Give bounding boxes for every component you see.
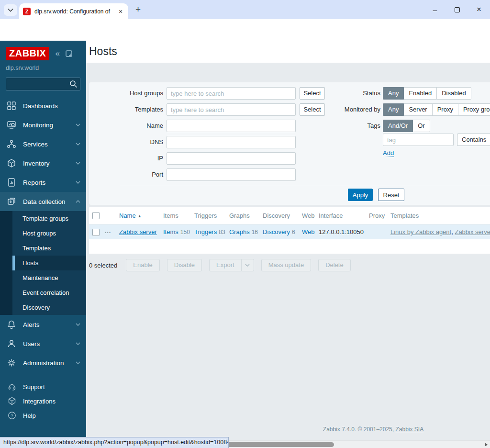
add-tag-link[interactable]: Add [383, 149, 394, 157]
triggers-link[interactable]: Triggers [194, 228, 217, 235]
monitored-proxy-button[interactable]: Proxy [432, 103, 458, 116]
apply-button[interactable]: Apply [348, 189, 373, 201]
template-link[interactable]: Linux by Zabbix agent [390, 228, 451, 235]
sidebar-item-dashboards[interactable]: Dashboards [0, 96, 86, 115]
status-segmented-control: Any Enabled Disabled [383, 87, 471, 100]
graphs-link[interactable]: Graphs [229, 228, 250, 235]
close-window-button[interactable]: × [468, 5, 490, 14]
sidebar-item-users[interactable]: Users [0, 334, 86, 353]
sidebar-item-event-correlation[interactable]: Event correlation [12, 285, 86, 300]
sidebar-item-data-collection[interactable]: Data collection [0, 192, 86, 211]
sidebar-item-integrations[interactable]: Integrations [0, 394, 86, 408]
tab-search-button[interactable] [4, 4, 17, 16]
chevron-down-icon [76, 342, 80, 345]
items-link[interactable]: Items [163, 228, 178, 235]
support-icon [8, 382, 16, 391]
host-name-link[interactable]: Zabbix server [119, 228, 157, 235]
tags-segmented-control: And/Or Or [383, 120, 430, 132]
monitored-server-button[interactable]: Server [403, 103, 432, 116]
sidebar-item-monitoring[interactable]: Monitoring [0, 115, 86, 134]
monitored-proxy-group-button[interactable]: Proxy group [458, 103, 490, 116]
host-groups-label: Host groups [89, 87, 163, 100]
sidebar-item-maintenance[interactable]: Maintenance [12, 270, 86, 285]
web-link[interactable]: Web [302, 228, 315, 235]
sidebar-item-host-groups[interactable]: Host groups [12, 226, 86, 241]
maximize-icon [455, 7, 460, 12]
server-name: dlp.srv.world [0, 60, 86, 71]
filter-panel: Host groups Select Templates Select Name… [89, 82, 490, 205]
status-bar-link-preview: https://dlp.srv.world/zabbix/zabbix.php?… [0, 437, 229, 448]
row-checkbox[interactable] [92, 229, 100, 236]
select-all-checkbox[interactable] [92, 212, 100, 219]
mass-update-button[interactable]: Mass update [261, 259, 311, 271]
delete-button[interactable]: Delete [318, 259, 351, 271]
sub-item-label: Templates [22, 245, 51, 252]
templates-label: Templates [89, 103, 163, 116]
sidebar-item-templates[interactable]: Templates [12, 241, 86, 256]
mass-action-bar: 0 selected Enable Disable Export Mass up… [89, 259, 358, 271]
sub-item-label: Hosts [22, 259, 38, 267]
chevron-down-icon [76, 361, 80, 364]
port-input[interactable] [167, 168, 296, 181]
tag-operator-select[interactable]: Contains [457, 134, 490, 146]
zabbix-sia-link[interactable]: Zabbix SIA [395, 426, 423, 433]
sidebar-item-hosts[interactable]: Hosts [12, 256, 86, 270]
reports-icon [7, 178, 17, 187]
sidebar-item-inventory[interactable]: Inventory [0, 154, 86, 173]
sidebar-item-label: Inventory [23, 160, 50, 167]
alerts-icon [7, 320, 17, 329]
export-button[interactable]: Export [209, 259, 242, 271]
undock-sidebar-icon[interactable] [66, 50, 72, 57]
sidebar-item-reports[interactable]: Reports [0, 173, 86, 192]
dns-input[interactable] [167, 136, 296, 148]
status-enabled-button[interactable]: Enabled [403, 87, 437, 100]
sidebar-item-discovery[interactable]: Discovery [12, 300, 86, 315]
sidebar-item-administration[interactable]: Administration [0, 353, 86, 372]
tag-input[interactable] [383, 134, 454, 146]
main-content: Hosts Host groups Select Templates Selec… [86, 41, 490, 448]
sidebar-item-support[interactable]: Support [0, 380, 86, 394]
maximize-button[interactable] [446, 6, 468, 14]
sidebar-item-help[interactable]: ? Help [0, 408, 86, 423]
export-dropdown-button[interactable] [242, 259, 254, 271]
context-menu-icon[interactable]: ••• [105, 230, 111, 235]
minimize-button[interactable]: – [424, 6, 446, 14]
scrollbar-right-arrow[interactable] [485, 443, 488, 447]
tags-andor-button[interactable]: And/Or [383, 120, 413, 132]
status-disabled-button[interactable]: Disabled [436, 87, 471, 100]
reset-button[interactable]: Reset [378, 189, 404, 201]
discovery-link[interactable]: Discovery [263, 228, 290, 235]
hosts-table: Name▲ Items Triggers Graphs Discovery We… [89, 207, 490, 254]
sub-item-label: Template groups [22, 215, 68, 222]
close-tab-icon[interactable]: × [117, 8, 124, 15]
templates-input[interactable] [167, 103, 296, 116]
tags-or-button[interactable]: Or [412, 120, 430, 132]
browser-tab[interactable]: Z dlp.srv.world: Configuration of h × [19, 3, 128, 19]
sidebar-item-label: Dashboards [23, 102, 58, 110]
collapse-sidebar-icon[interactable]: « [55, 50, 59, 57]
enable-button[interactable]: Enable [126, 259, 159, 271]
data-collection-icon [7, 197, 17, 206]
sidebar-item-template-groups[interactable]: Template groups [12, 211, 86, 226]
new-tab-button[interactable]: + [135, 5, 141, 14]
template-link[interactable]: Zabbix server health [455, 228, 490, 235]
sidebar-item-services[interactable]: Services [0, 134, 86, 154]
name-label: Name [89, 120, 163, 132]
disable-button[interactable]: Disable [167, 259, 202, 271]
table-header-row: Name▲ Items Triggers Graphs Discovery We… [89, 207, 490, 224]
column-header-name[interactable]: Name [119, 212, 136, 219]
services-icon [7, 139, 17, 149]
monitored-any-button[interactable]: Any [383, 103, 404, 116]
host-groups-input[interactable] [167, 87, 296, 100]
status-label: Status [304, 87, 380, 100]
ip-input[interactable] [167, 152, 296, 165]
sub-item-label: Event correlation [22, 289, 69, 296]
name-input[interactable] [167, 120, 296, 132]
status-any-button[interactable]: Any [383, 87, 404, 100]
sidebar-item-label: Services [23, 141, 48, 148]
sidebar-item-alerts[interactable]: Alerts [0, 315, 86, 334]
zabbix-logo[interactable]: ZABBIX [6, 47, 49, 60]
monitoring-icon [7, 120, 17, 130]
monitored-by-label: Monitored by [304, 103, 380, 116]
sidebar-item-label: Help [23, 412, 36, 419]
